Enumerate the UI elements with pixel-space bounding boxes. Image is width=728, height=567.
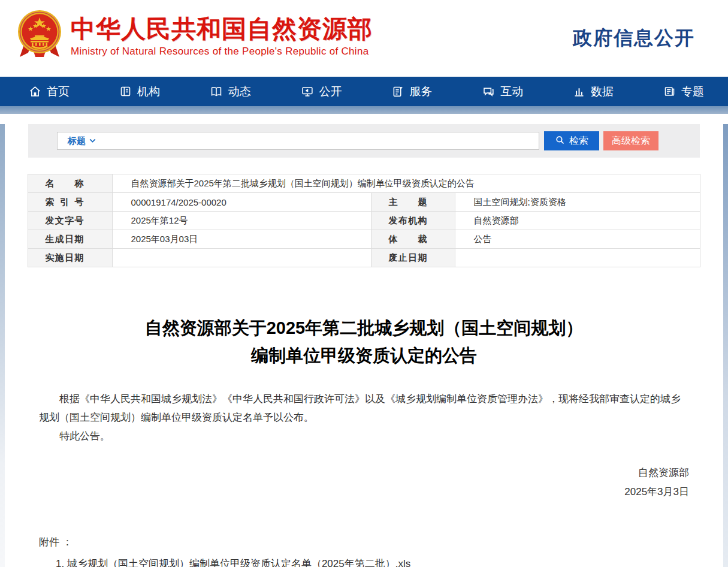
table-row: 索引号 000019174/2025-00020 主题 国土空间规划;资质资格	[28, 193, 700, 212]
topics-paper-icon	[663, 85, 676, 98]
meta-label-created-date: 生成日期	[28, 230, 113, 249]
meta-value-doc-number: 2025年第12号	[113, 212, 371, 230]
service-edit-icon	[391, 85, 404, 98]
nav-item-topics[interactable]: 专题	[663, 77, 704, 106]
attachments-section: 附件 ： 1. 城乡规划（国土空间规划）编制单位甲级资质认定名单（2025年第二…	[39, 535, 689, 567]
content-page: 标题 检索 高级检索 名称 自然资源部关于2025年第二批城乡规划（国土空间规划…	[0, 124, 728, 567]
bar-chart-icon	[573, 85, 585, 98]
meta-label-genre: 体裁	[371, 230, 455, 249]
document-article: 自然资源部关于2025年第二批城乡规划（国土空间规划）编制单位甲级资质认定的公告…	[0, 267, 728, 567]
search-button-label: 检索	[569, 135, 588, 147]
meta-value-name: 自然资源部关于2025年第二批城乡规划（国土空间规划）编制单位甲级资质认定的公告	[113, 174, 700, 193]
document-title: 自然资源部关于2025年第二批城乡规划（国土空间规划）编制单位甲级资质认定的公告	[141, 314, 587, 369]
meta-label-issuer: 发布机构	[371, 212, 455, 230]
site-logo-link[interactable]: 中华人民共和国自然资源部 Ministry of Natural Resourc…	[17, 7, 373, 65]
chat-bubbles-icon	[482, 85, 495, 98]
chevron-down-icon	[89, 136, 96, 146]
meta-value-repeal-date	[455, 249, 700, 267]
meta-label-effective-date: 实施日期	[28, 249, 113, 267]
nav-item-home[interactable]: 首页	[29, 77, 70, 106]
meta-label-index: 索引号	[28, 193, 113, 212]
table-row: 发文字号 2025年第12号 发布机构 自然资源部	[28, 212, 700, 230]
nav-item-label: 首页	[47, 77, 70, 106]
attachments-label: 附件 ：	[39, 535, 689, 549]
meta-value-effective-date	[113, 249, 371, 267]
body-paragraph: 根据《中华人民共和国城乡规划法》《中华人民共和国行政许可法》以及《城乡规划编制单…	[39, 390, 689, 427]
header-divider-band	[0, 106, 728, 114]
nav-item-label: 服务	[409, 77, 432, 106]
search-section: 标题 检索 高级检索	[28, 124, 700, 158]
nav-item-label: 机构	[137, 77, 160, 106]
search-input-wrapper: 标题	[57, 132, 539, 150]
search-icon	[555, 135, 565, 147]
nav-item-label: 专题	[681, 77, 704, 106]
nav-item-service[interactable]: 服务	[391, 77, 432, 106]
disclosure-screen-icon	[301, 85, 314, 98]
search-button[interactable]: 检索	[544, 131, 599, 150]
meta-value-created-date: 2025年03月03日	[113, 230, 371, 249]
table-row: 生成日期 2025年03月03日 体裁 公告	[28, 230, 700, 249]
nav-item-news[interactable]: 动态	[210, 77, 251, 106]
organization-icon	[119, 85, 132, 98]
meta-label-subject: 主题	[371, 193, 455, 212]
signature-date: 2025年3月3日	[39, 482, 689, 502]
document-meta-table: 名称 自然资源部关于2025年第二批城乡规划（国土空间规划）编制单位甲级资质认定…	[28, 174, 700, 267]
meta-value-subject: 国土空间规划;资质资格	[455, 193, 700, 212]
document-body: 根据《中华人民共和国城乡规划法》《中华人民共和国行政许可法》以及《城乡规划编制单…	[39, 390, 689, 445]
meta-value-issuer: 自然资源部	[455, 212, 700, 230]
meta-value-index: 000019174/2025-00020	[113, 193, 371, 212]
table-row: 实施日期 废止日期	[28, 249, 700, 267]
nav-item-interact[interactable]: 互动	[482, 77, 523, 106]
meta-label-name: 名称	[28, 174, 113, 193]
nav-item-label: 动态	[228, 77, 251, 106]
site-header: 中华人民共和国自然资源部 Ministry of Natural Resourc…	[0, 0, 728, 77]
meta-label-repeal-date: 废止日期	[371, 249, 455, 267]
nav-item-label: 公开	[319, 77, 342, 106]
home-icon	[29, 85, 41, 98]
nav-item-disclosure[interactable]: 公开	[301, 77, 342, 106]
news-book-icon	[210, 85, 223, 98]
nav-item-organization[interactable]: 机构	[119, 77, 160, 106]
search-input[interactable]	[102, 132, 539, 149]
body-paragraph: 特此公告。	[39, 427, 689, 445]
signature-block: 自然资源部 2025年3月3日	[39, 463, 689, 502]
national-emblem-icon	[17, 7, 62, 65]
brand-text: 中华人民共和国自然资源部 Ministry of Natural Resourc…	[71, 14, 373, 58]
section-title: 政府信息公开	[573, 25, 695, 52]
signature-org: 自然资源部	[39, 463, 689, 482]
site-subtitle: Ministry of Natural Resources of the Peo…	[71, 46, 373, 58]
site-title: 中华人民共和国自然资源部	[71, 14, 373, 43]
search-field-label: 标题	[68, 135, 86, 147]
table-row: 名称 自然资源部关于2025年第二批城乡规划（国土空间规划）编制单位甲级资质认定…	[28, 174, 700, 193]
main-nav: 首页 机构 动态 公开 服务	[0, 77, 728, 106]
attachment-link[interactable]: 1. 城乡规划（国土空间规划）编制单位甲级资质认定名单（2025年第二批）.xl…	[56, 557, 689, 567]
search-field-select[interactable]: 标题	[58, 132, 102, 149]
nav-item-data[interactable]: 数据	[573, 77, 614, 106]
meta-label-doc-number: 发文字号	[28, 212, 113, 230]
meta-value-genre: 公告	[455, 230, 700, 249]
nav-item-label: 互动	[500, 77, 523, 106]
nav-item-label: 数据	[591, 77, 614, 106]
advanced-search-button[interactable]: 高级检索	[603, 131, 658, 150]
